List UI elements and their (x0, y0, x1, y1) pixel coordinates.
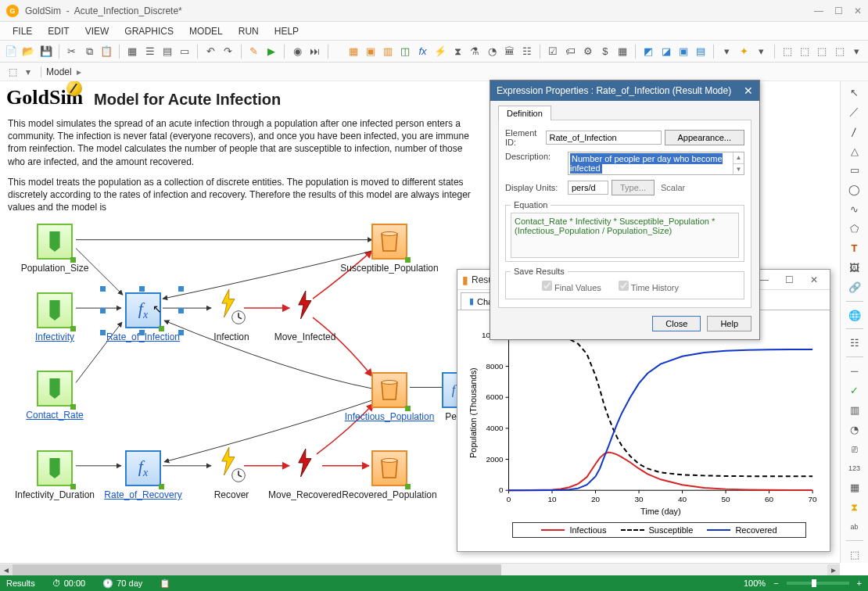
status-clipboard[interactable]: 📋 (160, 578, 170, 589)
paste-icon[interactable]: 📋 (99, 43, 114, 60)
scroll-right-icon[interactable]: ▸ (827, 564, 840, 575)
dropdown2-icon[interactable]: ▾ (754, 43, 769, 60)
node-recover[interactable]: Recover (192, 447, 271, 500)
scroll-left-icon[interactable]: ◂ (0, 564, 13, 575)
chart2-icon[interactable]: ◪ (658, 43, 674, 60)
tile-icon[interactable]: ▦ (124, 43, 140, 60)
zoom-slider[interactable] (787, 582, 849, 585)
tree-icon[interactable]: ☷ (519, 43, 535, 60)
dropdown1-icon[interactable]: ▾ (719, 43, 734, 60)
zoom-out-icon[interactable]: − (773, 578, 778, 588)
slider-icon[interactable]: ⎚ (845, 441, 865, 457)
node-move-recovered[interactable]: Move_Recovered (266, 447, 344, 500)
step-icon[interactable]: ⏭ (307, 43, 322, 60)
bank-icon[interactable]: 🏛 (502, 43, 518, 60)
breadcrumb-model[interactable]: Model (46, 66, 72, 77)
polygon-icon[interactable]: ⬠ (845, 220, 865, 237)
toggle-icon[interactable]: ⬚ (845, 546, 865, 563)
ellipse-icon[interactable]: ◯ (845, 181, 865, 198)
check-icon[interactable]: ✓ (845, 382, 865, 399)
final-values-checkbox[interactable]: Final Values (542, 281, 601, 292)
element-icon[interactable]: ▦ (345, 43, 360, 60)
layers-icon[interactable]: ☷ (845, 335, 865, 351)
maximize-button[interactable]: ☐ (834, 5, 843, 16)
node-contact-rate[interactable]: Contact_Rate (16, 371, 94, 421)
checklist-icon[interactable]: ☑ (545, 43, 561, 60)
polyline-icon[interactable]: 〳 (845, 124, 865, 140)
list-icon[interactable]: ☰ (142, 43, 158, 60)
menu-model[interactable]: MODEL (181, 24, 231, 38)
text-icon[interactable]: T (845, 240, 865, 256)
flask-icon[interactable]: ⚗ (467, 43, 482, 60)
container-icon[interactable]: ▣ (363, 43, 378, 60)
ab-icon[interactable]: ab (845, 518, 865, 535)
node-infectivity[interactable]: Infectivity (16, 292, 94, 342)
tab-definition[interactable]: Definition (498, 106, 551, 120)
table-icon[interactable]: ▦ (615, 43, 630, 60)
node-susceptible-population[interactable]: Susceptible_Population (350, 224, 429, 274)
menu-view[interactable]: VIEW (77, 24, 117, 38)
fx-icon[interactable]: fx (414, 43, 430, 60)
number-icon[interactable]: 123 (845, 460, 865, 477)
run-icon[interactable]: ▶ (264, 43, 279, 60)
edit-pencil-icon[interactable]: ✎ (246, 43, 262, 60)
globe-icon[interactable]: 🌐 (845, 307, 865, 324)
nav-home-icon[interactable]: ⬚ (5, 65, 20, 79)
chart4-icon[interactable]: ▤ (693, 43, 708, 60)
minimize-button[interactable]: ― (814, 5, 823, 16)
menu-graphics[interactable]: GRAPHICS (117, 24, 181, 38)
data-icon[interactable]: ◫ (397, 43, 413, 60)
time-history-checkbox[interactable]: Time History (619, 281, 679, 292)
dialog-title-bar[interactable]: Expression Properties : Rate_of_Infectio… (490, 81, 759, 101)
help-button[interactable]: Help (707, 316, 751, 331)
close-window-button[interactable]: ✕ (854, 5, 862, 16)
bolt-icon[interactable]: ⚡ (432, 43, 448, 60)
zoom-in-icon[interactable]: + (857, 578, 862, 588)
horizontal-scrollbar[interactable]: ◂ ▸ (0, 563, 840, 575)
save-icon[interactable]: 💾 (38, 43, 54, 60)
panel-icon[interactable]: ▭ (177, 43, 192, 60)
hourglass-icon[interactable]: ⧗ (450, 43, 465, 60)
display-units-field[interactable] (568, 181, 608, 195)
dialog-close-icon[interactable]: ✕ (744, 84, 753, 97)
aux1-icon[interactable]: ⬚ (814, 43, 830, 60)
tag-icon[interactable]: 🏷 (562, 43, 578, 60)
menu-help[interactable]: HELP (267, 24, 307, 38)
results-maximize-icon[interactable]: ☐ (778, 272, 800, 288)
adjust-icon[interactable]: ⚙ (580, 43, 596, 60)
record-icon[interactable]: ◉ (289, 43, 305, 60)
nav-up-icon[interactable]: ▾ (20, 65, 36, 79)
pointer-icon[interactable]: ↖ (845, 84, 865, 101)
new-icon[interactable]: 📄 (3, 43, 19, 60)
node-infection[interactable]: Infection (192, 289, 271, 342)
panel2-icon[interactable]: ▥ (845, 402, 865, 418)
description-field[interactable]: Number of people per day who become infe… (570, 153, 723, 174)
node-rate-of-recovery[interactable]: fx Rate_of_Recovery (104, 450, 182, 500)
results-close-icon[interactable]: ✕ (803, 272, 825, 288)
sparkle-icon[interactable]: ✦ (736, 43, 751, 60)
dollar-icon[interactable]: $ (597, 43, 613, 60)
open-icon[interactable]: 📂 (20, 43, 36, 60)
node-recovered-population[interactable]: Recovered_Population (350, 450, 429, 500)
calendar-icon[interactable]: ▦ (845, 479, 865, 496)
meter-icon[interactable]: ◔ (845, 421, 865, 438)
menu-edit[interactable]: EDIT (40, 24, 77, 38)
chart3-icon[interactable]: ▣ (676, 43, 691, 60)
close-button[interactable]: Close (652, 316, 701, 331)
node-infectivity-duration[interactable]: Infectivity_Duration (16, 450, 94, 500)
menu-run[interactable]: RUN (231, 24, 267, 38)
element-id-field[interactable] (546, 131, 662, 145)
dropdown3-icon[interactable]: ▾ (849, 43, 865, 60)
equation-text[interactable]: Contact_Rate * Infectivity * Susceptible… (511, 213, 739, 258)
line-icon[interactable]: ／ (845, 104, 865, 120)
cut-icon[interactable]: ✂ (64, 43, 80, 60)
minus-icon[interactable]: ─ (845, 363, 865, 379)
menu-file[interactable]: FILE (5, 24, 40, 38)
triangle-icon[interactable]: △ (845, 143, 865, 159)
output-icon[interactable]: ⬚ (797, 43, 812, 60)
chart1-icon[interactable]: ◩ (640, 43, 656, 60)
aux2-icon[interactable]: ⬚ (832, 43, 848, 60)
rect-icon[interactable]: ▭ (845, 163, 865, 179)
node-move-infected[interactable]: Move_Infected (266, 289, 344, 342)
redo-icon[interactable]: ↷ (220, 43, 235, 60)
